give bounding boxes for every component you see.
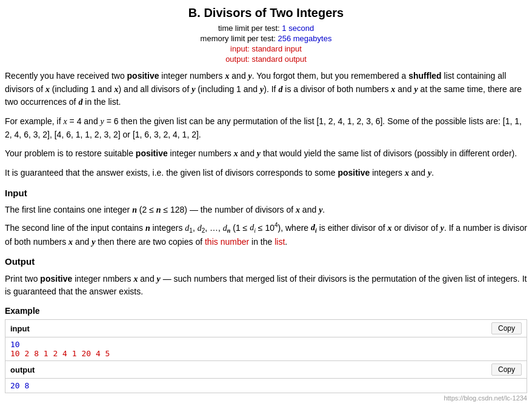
input-copy-button[interactable]: Copy xyxy=(491,322,522,334)
output-line1: 20 8 xyxy=(10,381,522,390)
problem-statement: Your problem is to restore suitable posi… xyxy=(5,147,527,161)
input-section: Input The first line contains one intege… xyxy=(5,186,527,249)
output-example-header: output Copy xyxy=(5,361,527,379)
intro-text: Recently you have received two positive … xyxy=(5,70,527,109)
problem-title: B. Divisors of Two Integers xyxy=(5,6,527,20)
input-line2: 10 2 8 1 2 4 1 20 4 5 xyxy=(10,349,522,358)
time-limit-value: 1 second xyxy=(282,24,314,33)
input-label: input: xyxy=(230,44,250,53)
output-heading: Output xyxy=(5,254,527,268)
bold-positive: positive xyxy=(127,71,159,81)
memory-limit-value: 256 megabytes xyxy=(278,34,331,43)
output-section: Output Print two positive integer nmbers… xyxy=(5,254,527,299)
input-value: standard input xyxy=(252,44,302,53)
output-desc: Print two positive integer nmbers x and … xyxy=(5,273,527,299)
input-example-box: input Copy 10 10 2 8 1 2 4 1 20 4 5 xyxy=(5,319,527,361)
input-example-header: input Copy xyxy=(5,320,527,337)
guarantee-text: It is guaranteed that the answer exists,… xyxy=(5,167,527,180)
example-heading: Example xyxy=(5,306,527,316)
problem-statement-section: Your problem is to restore suitable posi… xyxy=(5,147,527,161)
input-desc1: The first line contains one integer n (2… xyxy=(5,204,527,217)
input-example-label: input xyxy=(10,324,30,333)
memory-limit-line: memory limit per test: 256 megabytes xyxy=(5,34,527,43)
output-example-content: 20 8 xyxy=(5,379,527,393)
output-line: output: standard output xyxy=(5,55,527,64)
input-example-content: 10 10 2 8 1 2 4 1 20 4 5 xyxy=(5,337,527,360)
example-text-section: For example, if x = 4 and y = 6 then the… xyxy=(5,115,527,141)
example-text: For example, if x = 4 and y = 6 then the… xyxy=(5,115,527,141)
time-limit-label: time limit per test: xyxy=(218,24,280,33)
watermark: https://blog.csdn.net/lc-1234 xyxy=(5,394,527,402)
time-limit-line: time limit per test: 1 second xyxy=(5,24,527,33)
output-copy-button[interactable]: Copy xyxy=(491,364,522,376)
memory-limit-label: memory limit per test: xyxy=(201,34,276,43)
output-example-box: output Copy 20 8 xyxy=(5,361,527,393)
guarantee-section: It is guaranteed that the answer exists,… xyxy=(5,167,527,180)
example-section: Example input Copy 10 10 2 8 1 2 4 1 20 … xyxy=(5,306,527,393)
input-heading: Input xyxy=(5,186,527,200)
intro-section: Recently you have received two positive … xyxy=(5,70,527,109)
title-section: B. Divisors of Two Integers time limit p… xyxy=(5,6,527,64)
output-example-label: output xyxy=(10,365,35,374)
input-line1: 10 xyxy=(10,340,522,349)
output-label: output: xyxy=(225,55,250,64)
input-desc2: The second line of the input contains n … xyxy=(5,221,527,249)
output-value: standard output xyxy=(252,55,307,64)
input-line: input: standard input xyxy=(5,44,527,53)
